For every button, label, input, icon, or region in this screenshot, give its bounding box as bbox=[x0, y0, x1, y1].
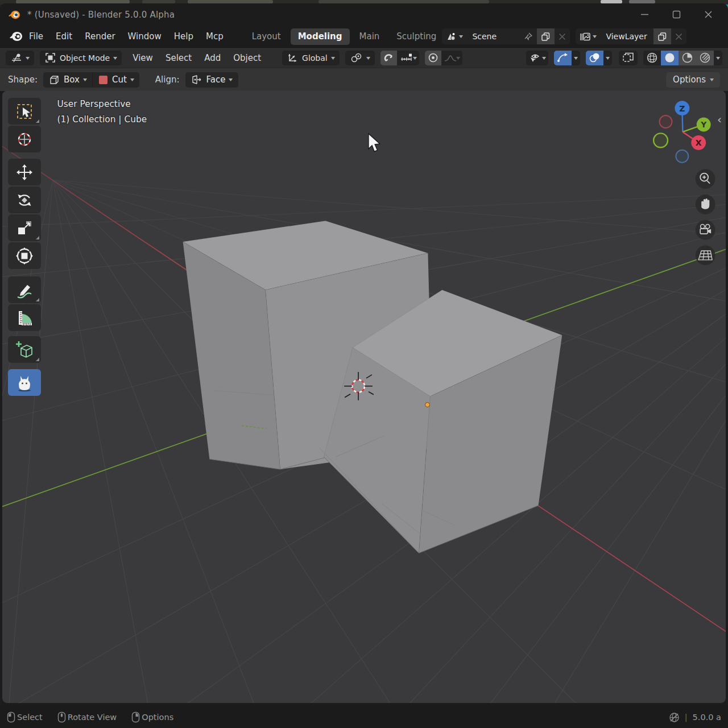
gizmo-x-label: X bbox=[696, 138, 702, 147]
transform-icon bbox=[15, 246, 34, 266]
tool-transform[interactable] bbox=[8, 242, 41, 269]
blender-window: * (Unsaved) - Blender 5.0.0 Alpha File E… bbox=[0, 3, 728, 728]
measure-icon bbox=[15, 308, 34, 328]
active-object-overlay: (1) Collection | Cube bbox=[57, 114, 147, 125]
tool-measure[interactable] bbox=[8, 304, 41, 331]
gizmo-y-label: Y bbox=[700, 120, 707, 129]
viewport-3d[interactable]: User Perspective (1) Collection | Cube Z… bbox=[0, 3, 728, 728]
tool-rotate[interactable] bbox=[8, 187, 41, 213]
tool-select-box[interactable] bbox=[8, 98, 41, 125]
tool-move[interactable] bbox=[8, 159, 41, 185]
scale-icon bbox=[15, 218, 34, 238]
tool-annotate[interactable] bbox=[8, 276, 41, 303]
cursor-tool-icon bbox=[15, 130, 34, 149]
gizmo-x-neg-ball[interactable] bbox=[660, 115, 672, 128]
rotate-icon bbox=[15, 191, 34, 210]
annotate-icon bbox=[15, 280, 34, 300]
perspective-toggle-button[interactable] bbox=[696, 245, 715, 265]
view-name-overlay: User Perspective bbox=[57, 99, 131, 109]
object-origin-dot[interactable] bbox=[425, 403, 429, 407]
zoom-button[interactable] bbox=[696, 169, 715, 189]
tool-add-cube[interactable] bbox=[8, 336, 41, 363]
camera-view-button[interactable] bbox=[696, 220, 715, 240]
gizmo-y-neg-ball[interactable] bbox=[653, 133, 668, 147]
tool-scale[interactable] bbox=[8, 214, 41, 241]
cat-tool-icon bbox=[14, 373, 35, 393]
move-icon bbox=[15, 163, 34, 182]
gizmo-z-label: Z bbox=[679, 104, 685, 113]
sidebar-collapse-chevron[interactable]: ‹ bbox=[717, 113, 722, 126]
gizmo-z-neg-ball[interactable] bbox=[676, 150, 688, 163]
tool-cursor[interactable] bbox=[8, 126, 41, 152]
add-cube-icon bbox=[14, 340, 35, 360]
tool-active-cat[interactable] bbox=[8, 369, 41, 396]
